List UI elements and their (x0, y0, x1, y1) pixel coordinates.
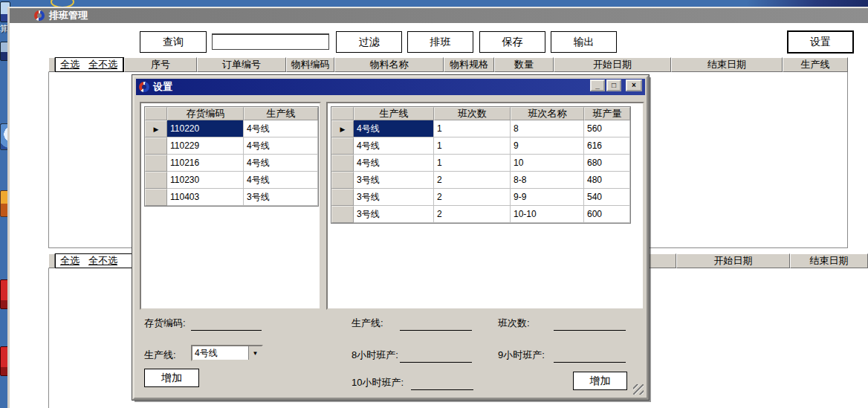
row-selector[interactable] (145, 137, 167, 155)
inventory-code-field[interactable] (191, 320, 262, 331)
maximize-button[interactable]: □ (606, 80, 621, 91)
cell-shift-name[interactable]: 9-9 (511, 189, 584, 206)
column-header-order-no: 订单编号 (197, 57, 286, 72)
cell-shift-name[interactable]: 9 (511, 137, 584, 155)
cell-shift-count[interactable]: 1 (434, 137, 511, 155)
cell-shift-count[interactable]: 1 (434, 155, 511, 172)
col-line: 生产线 (354, 107, 434, 120)
cell-line[interactable]: 4号线 (354, 120, 434, 137)
orders-table-header: 全选 全不选 序号 订单编号 物料编码 物料名称 物料规格 数量 开始日期 结束… (48, 57, 848, 72)
cell-inventory-code[interactable]: 110216 (167, 155, 244, 172)
table-row[interactable]: 3号线 2 10-10 600 (331, 206, 630, 223)
cell-shift-output[interactable]: 480 (584, 172, 630, 189)
inventory-grid-panel: 存货编码 生产线 ▶ 110220 4号线 110229 4号线 110216 … (140, 102, 321, 310)
cell-line[interactable]: 3号线 (354, 206, 434, 223)
cell-line[interactable]: 3号线 (244, 189, 318, 206)
table-row[interactable]: 4号线 1 10 680 (331, 155, 630, 172)
row-selector[interactable] (331, 189, 354, 206)
table-row[interactable]: 3号线 2 9-9 540 (331, 189, 630, 206)
cell-shift-output[interactable]: 540 (584, 189, 630, 206)
column-header-start-date: 开始日期 (554, 57, 671, 72)
cell-shift-output[interactable]: 680 (584, 155, 630, 172)
cell-line[interactable]: 4号线 (244, 172, 318, 189)
production-line-field[interactable] (400, 320, 472, 331)
cell-line[interactable]: 4号线 (244, 137, 318, 155)
resize-grip[interactable] (633, 384, 644, 395)
schedule-button[interactable]: 排班 (407, 31, 473, 53)
h10-output-field[interactable] (411, 379, 473, 390)
row-selector[interactable] (145, 189, 167, 206)
select-none-link[interactable]: 全不选 (88, 58, 117, 71)
table-row[interactable]: 110403 3号线 (145, 189, 318, 206)
schedule-table-corner-cell (48, 253, 55, 268)
cell-shift-output[interactable]: 600 (584, 206, 630, 223)
save-button[interactable]: 保存 (479, 31, 545, 53)
table-row[interactable]: 110230 4号线 (145, 172, 318, 189)
cell-shift-name[interactable]: 10-10 (511, 206, 584, 223)
cell-shift-output[interactable]: 616 (584, 137, 630, 155)
cell-shift-count[interactable]: 2 (434, 206, 511, 223)
row-selector[interactable]: ▶ (331, 120, 354, 137)
export-button[interactable]: 输出 (551, 31, 617, 53)
cell-shift-name[interactable]: 8-8 (511, 172, 584, 189)
query-button[interactable]: 查询 (140, 31, 207, 53)
cell-shift-name[interactable]: 8 (511, 120, 584, 137)
cell-line[interactable]: 4号线 (354, 137, 434, 155)
col-shift-name: 班次名称 (511, 107, 584, 120)
col-line: 生产线 (244, 107, 318, 120)
search-input[interactable] (212, 33, 329, 50)
column-header-start-date: 开始日期 (676, 253, 790, 268)
cell-shift-count[interactable]: 2 (434, 172, 511, 189)
select-all-link[interactable]: 全选 (60, 254, 80, 268)
minimize-button[interactable]: _ (590, 80, 605, 91)
main-window-titlebar[interactable]: 排班管理 (10, 8, 868, 23)
row-selector[interactable] (331, 172, 354, 189)
production-line-dropdown[interactable]: 4号线 ▼ (191, 345, 263, 361)
cell-shift-count[interactable]: 2 (434, 189, 511, 206)
table-row[interactable]: 110216 4号线 (145, 155, 318, 172)
cell-shift-count[interactable]: 1 (434, 120, 511, 137)
inventory-grid-header: 存货编码 生产线 (145, 107, 318, 120)
cell-line[interactable]: 4号线 (354, 155, 434, 172)
table-row[interactable]: ▶ 4号线 1 8 560 (331, 120, 630, 137)
table-row[interactable]: 3号线 2 8-8 480 (331, 172, 630, 189)
cell-inventory-code[interactable]: 110403 (167, 189, 244, 206)
row-selector[interactable] (145, 155, 167, 172)
row-selector[interactable] (331, 137, 354, 155)
select-none-link[interactable]: 全不选 (88, 254, 117, 268)
h9-output-field[interactable] (554, 352, 626, 363)
maximize-icon: □ (612, 82, 616, 89)
table-row[interactable]: ▶ 110220 4号线 (145, 120, 318, 137)
row-selector[interactable]: ▶ (145, 120, 167, 137)
h8-output-field[interactable] (400, 352, 472, 363)
add-inventory-button[interactable]: 增加 (144, 369, 199, 387)
column-header-mat-name: 物料名称 (334, 57, 444, 72)
current-row-arrow-icon: ▶ (340, 126, 346, 133)
cell-inventory-code[interactable]: 110220 (167, 120, 244, 137)
cell-shift-output[interactable]: 560 (584, 120, 630, 137)
col-shift-output: 班产量 (584, 107, 630, 120)
table-row[interactable]: 110229 4号线 (145, 137, 318, 155)
row-selector[interactable] (331, 155, 354, 172)
cell-line[interactable]: 3号线 (354, 189, 434, 206)
settings-button[interactable]: 设置 (787, 30, 854, 54)
row-selector[interactable] (145, 172, 167, 189)
select-all-link[interactable]: 全选 (60, 58, 80, 71)
cell-line[interactable]: 4号线 (244, 155, 318, 172)
filter-button[interactable]: 过滤 (336, 31, 402, 53)
table-row[interactable]: 4号线 1 9 616 (331, 137, 630, 155)
close-button[interactable]: × (626, 80, 642, 91)
inventory-code-label: 存货编码: (144, 317, 186, 330)
cell-inventory-code[interactable]: 110229 (167, 137, 244, 155)
row-selector[interactable] (331, 206, 354, 223)
selector-header-cell (145, 107, 167, 120)
dialog-titlebar[interactable]: 设置 (136, 79, 645, 95)
shift-count-field[interactable] (554, 320, 626, 331)
add-shift-button[interactable]: 增加 (573, 372, 627, 390)
cell-shift-name[interactable]: 10 (511, 155, 584, 172)
cell-inventory-code[interactable]: 110230 (167, 172, 244, 189)
cell-line[interactable]: 3号线 (354, 172, 434, 189)
column-header-end-date: 结束日期 (671, 57, 783, 72)
chevron-down-icon[interactable]: ▼ (248, 346, 262, 360)
cell-line[interactable]: 4号线 (244, 120, 318, 137)
